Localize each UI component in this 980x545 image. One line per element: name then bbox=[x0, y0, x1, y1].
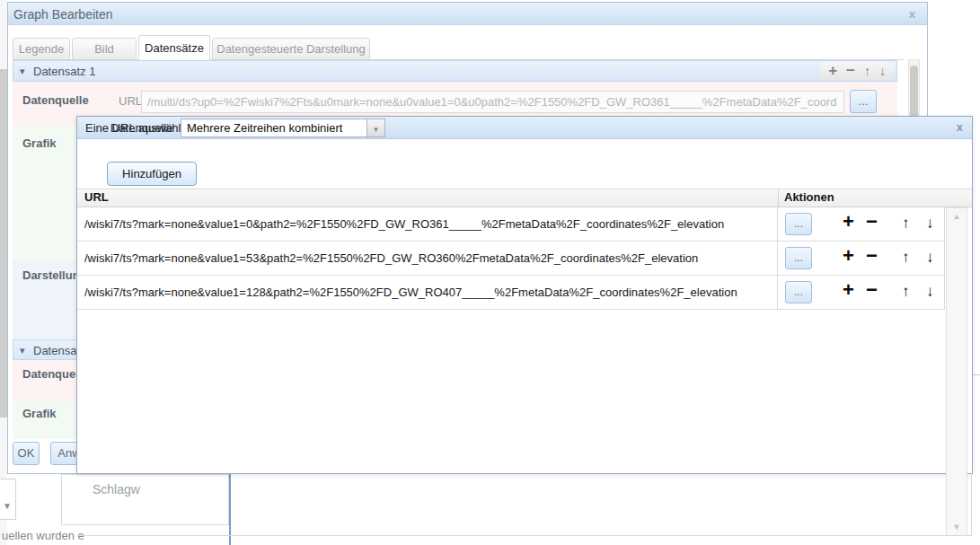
collapse-arrow-icon[interactable]: ▾ bbox=[20, 66, 25, 77]
row-remove-icon[interactable]: − bbox=[866, 244, 878, 268]
remove-dataset-icon[interactable]: − bbox=[846, 63, 855, 79]
tab-datengesteuerte-darstellung[interactable]: Datengesteuerte Darstellung bbox=[212, 38, 370, 60]
modal-titlebar[interactable]: Eine URL auswählen Datenquelle Mehrere Z… bbox=[77, 117, 972, 139]
modal-close-icon[interactable]: x bbox=[957, 120, 963, 134]
grafik2-label: Grafik bbox=[22, 407, 57, 420]
row-move-up-icon[interactable]: ↑ bbox=[902, 283, 910, 301]
collapse-arrow-icon[interactable]: ▾ bbox=[20, 345, 25, 356]
dialog-close-icon[interactable]: x bbox=[909, 7, 915, 21]
panel-title: Datensatz 1 bbox=[33, 65, 95, 78]
row-remove-icon[interactable]: − bbox=[866, 210, 878, 233]
background-panel-border-top bbox=[973, 374, 980, 375]
row-url: /wiski7/ts?mark=none&value1=0&path2=%2F1… bbox=[77, 207, 777, 241]
row-browse-button[interactable]: ... bbox=[785, 281, 812, 303]
grafik-label: Grafik bbox=[22, 136, 57, 150]
dialog-titlebar[interactable]: Graph Bearbeiten x bbox=[8, 3, 927, 25]
tab-bild[interactable]: Bild bbox=[72, 38, 137, 60]
background-combo-arrow-icon[interactable]: ▼ bbox=[3, 501, 12, 511]
move-up-icon[interactable]: ↑ bbox=[864, 63, 870, 79]
row-actions: ... + − ↑ ↓ bbox=[777, 276, 944, 309]
dialog-title: Graph Bearbeiten bbox=[13, 7, 113, 22]
row-browse-button[interactable]: ... bbox=[785, 247, 812, 269]
add-dataset-icon[interactable]: + bbox=[828, 63, 837, 79]
grid-scrollbar[interactable]: ▲ ▼ bbox=[946, 207, 967, 536]
combo-trigger[interactable]: ▼ bbox=[366, 119, 384, 136]
schlagwort-fieldset: Schlagw bbox=[61, 474, 229, 525]
scroll-down-icon[interactable]: ▼ bbox=[947, 523, 967, 532]
grid-bottom-border bbox=[77, 535, 972, 536]
row-add-icon[interactable]: + bbox=[843, 278, 854, 302]
table-row[interactable]: /wiski7/ts?mark=none&value1=0&path2=%2F1… bbox=[77, 207, 945, 242]
zeitreihen-combo[interactable]: Mehrere Zeitreihen kombiniert ▼ bbox=[181, 119, 385, 137]
row-move-up-icon[interactable]: ↑ bbox=[902, 215, 910, 233]
combo-value: Mehrere Zeitreihen kombiniert bbox=[187, 121, 342, 135]
panel-header-datensatz-1[interactable]: ▾ Datensatz 1 + − ↑ ↓ bbox=[13, 60, 897, 82]
move-down-icon[interactable]: ↓ bbox=[879, 63, 886, 79]
ok-button[interactable]: OK bbox=[13, 442, 40, 465]
url-input[interactable]: /multi/ds?up0=%2Fwiski7%2Fts&u0mark=none… bbox=[141, 91, 844, 113]
table-row[interactable]: /wiski7/ts?mark=none&value1=53&path2=%2F… bbox=[77, 242, 945, 276]
table-row[interactable]: /wiski7/ts?mark=none&value1=128&path2=%2… bbox=[77, 276, 945, 310]
tab-legende[interactable]: Legende bbox=[13, 38, 70, 60]
column-header-url[interactable]: URL bbox=[77, 189, 778, 207]
page-scrollbar[interactable] bbox=[0, 0, 7, 545]
datenquelle-label: Datenquelle bbox=[22, 93, 89, 107]
browse-url-button[interactable]: ... bbox=[850, 90, 877, 113]
row-move-down-icon[interactable]: ↓ bbox=[926, 283, 934, 301]
row-move-down-icon[interactable]: ↓ bbox=[926, 249, 934, 267]
row-actions: ... + − ↑ ↓ bbox=[777, 207, 944, 241]
row-add-icon[interactable]: + bbox=[843, 210, 854, 233]
chevron-down-icon: ▼ bbox=[373, 126, 380, 134]
url-label: URL bbox=[119, 94, 142, 108]
page-scrollbar-thumb[interactable] bbox=[0, 69, 7, 418]
grid-right-border bbox=[971, 473, 972, 536]
schlagwort-label: Schlagw bbox=[93, 482, 140, 497]
modal-title-b: Datenquelle bbox=[110, 121, 172, 135]
scroll-up-icon[interactable]: ▲ bbox=[947, 212, 967, 221]
row-remove-icon[interactable]: − bbox=[866, 278, 878, 302]
row-browse-button[interactable]: ... bbox=[785, 213, 812, 235]
row-url: /wiski7/ts?mark=none&value1=128&path2=%2… bbox=[77, 276, 777, 309]
row-add-icon[interactable]: + bbox=[843, 244, 854, 268]
row-url: /wiski7/ts?mark=none&value1=53&path2=%2F… bbox=[77, 242, 777, 275]
datenquelle2-label: Datenquell bbox=[22, 367, 82, 381]
panel-toolbar: + − ↑ ↓ bbox=[820, 62, 894, 80]
row-move-down-icon[interactable]: ↓ bbox=[926, 215, 934, 233]
column-header-aktionen[interactable]: Aktionen bbox=[778, 189, 972, 207]
hinzufuegen-button[interactable]: Hinzufügen bbox=[107, 162, 197, 186]
tab-datensaetze[interactable]: Datensätze bbox=[138, 35, 210, 60]
grid-header: URL Aktionen bbox=[77, 189, 972, 207]
row-move-up-icon[interactable]: ↑ bbox=[902, 249, 910, 267]
background-legend-text: uellen wurden e bbox=[2, 529, 84, 542]
background-combo-box[interactable] bbox=[0, 479, 16, 520]
row-actions: ... + − ↑ ↓ bbox=[777, 242, 944, 275]
url-auswahl-modal: Eine URL auswählen Datenquelle Mehrere Z… bbox=[76, 116, 973, 474]
